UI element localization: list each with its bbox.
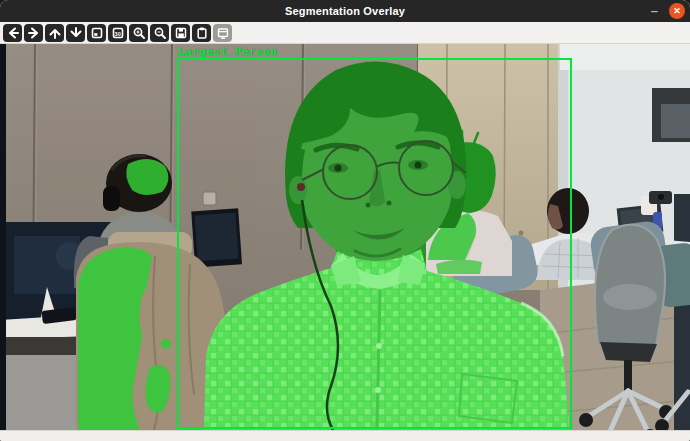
window-title: Segmentation Overlay: [285, 5, 405, 17]
left-person-mask: [126, 159, 168, 195]
minimize-button[interactable]: –: [649, 6, 660, 16]
svg-text:30: 30: [114, 31, 120, 37]
wall-monitor-mount: [652, 88, 690, 142]
pan-left-icon[interactable]: [3, 24, 22, 42]
image-canvas[interactable]: Largest Person: [0, 44, 690, 430]
close-button[interactable]: ✕: [669, 3, 685, 19]
display-properties-icon[interactable]: [213, 24, 232, 42]
window-controls: – ✕: [649, 0, 685, 22]
copy-image-icon[interactable]: [192, 24, 211, 42]
segmentation-overlay-window: Segmentation Overlay – ✕: [0, 0, 690, 441]
pan-down-icon[interactable]: [66, 24, 85, 42]
detection-label: Largest Person: [178, 45, 278, 58]
zoom-x1-icon[interactable]: [87, 24, 106, 42]
status-bar: [0, 430, 690, 441]
zoom-x30-region-icon[interactable]: 30: [108, 24, 127, 42]
toolbar: 30: [0, 22, 690, 44]
title-bar[interactable]: Segmentation Overlay – ✕: [0, 0, 690, 22]
earbud: [297, 183, 305, 191]
pan-up-icon[interactable]: [45, 24, 64, 42]
camera-frame: [0, 44, 690, 430]
zoom-out-icon[interactable]: [150, 24, 169, 42]
save-image-icon[interactable]: [171, 24, 190, 42]
frame-left-edge: [0, 44, 6, 430]
wall-socket: [203, 192, 216, 205]
pan-right-icon[interactable]: [24, 24, 43, 42]
zoom-in-icon[interactable]: [129, 24, 148, 42]
